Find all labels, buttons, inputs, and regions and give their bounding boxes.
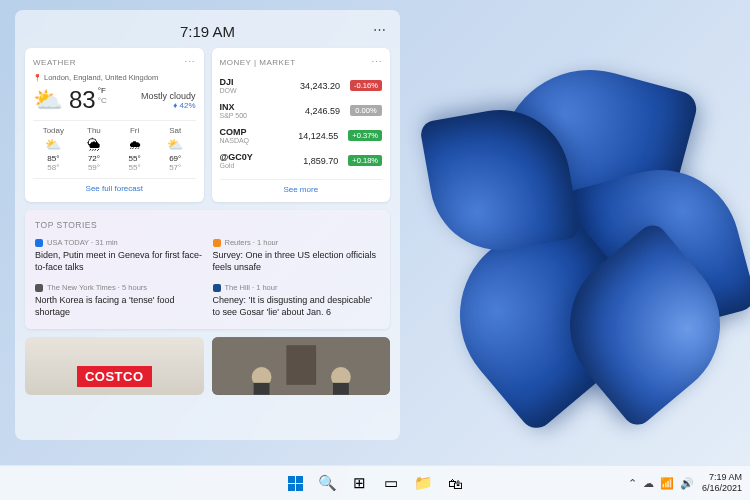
stock-row[interactable]: @GC0YGold1,859.70+0.18% — [220, 148, 383, 173]
stock-row[interactable]: COMPNASDAQ14,124.55+0.37% — [220, 123, 383, 148]
taskbar: 🔍 ⊞ ▭ 📁 🛍 ⌃ ☁ 📶 🔊 7:19 AM 6/16/2021 — [0, 465, 750, 500]
search-icon[interactable]: 🔍 — [314, 470, 340, 496]
news-thumbnail[interactable] — [212, 337, 391, 395]
svg-rect-4 — [253, 383, 269, 395]
weather-location: London, England, United Kingdom — [33, 73, 196, 82]
top-stories-title: TOP STORIES — [35, 220, 380, 230]
weather-temperature: 83 °F°C — [69, 86, 107, 114]
weather-card[interactable]: WEATHER ⋯ London, England, United Kingdo… — [25, 48, 204, 202]
weather-title: WEATHER — [33, 58, 76, 67]
weather-more-icon[interactable]: ⋯ — [184, 56, 196, 69]
file-explorer-icon[interactable]: 📁 — [410, 470, 436, 496]
stock-row[interactable]: INXS&P 5004,246.590.00% — [220, 98, 383, 123]
taskbar-clock[interactable]: 7:19 AM 6/16/2021 — [702, 472, 742, 494]
news-item[interactable]: The Hill · 1 hourCheney: 'It is disgusti… — [213, 283, 381, 318]
onedrive-icon[interactable]: ☁ — [643, 477, 654, 490]
weather-condition-text: Mostly cloudy ♦ 42% — [141, 91, 196, 110]
store-icon[interactable]: 🛍 — [442, 470, 468, 496]
widgets-header: 7:19 AM ⋯ — [25, 18, 390, 44]
weather-condition-icon: ⛅ — [33, 86, 63, 114]
news-item[interactable]: Reuters · 1 hourSurvey: One in three US … — [213, 238, 381, 273]
market-more-icon[interactable]: ⋯ — [371, 56, 383, 69]
volume-icon[interactable]: 🔊 — [680, 477, 694, 490]
svg-rect-5 — [332, 383, 348, 395]
news-item[interactable]: The New York Times · 5 hoursNorth Korea … — [35, 283, 203, 318]
costco-logo: COSTCO — [77, 366, 152, 387]
stock-row[interactable]: DJIDOW34,243.20-0.16% — [220, 73, 383, 98]
news-item[interactable]: USA TODAY · 31 minBiden, Putin meet in G… — [35, 238, 203, 273]
start-button[interactable] — [282, 470, 308, 496]
market-title: MONEY | MARKET — [220, 58, 296, 67]
widgets-more-icon[interactable]: ⋯ — [373, 22, 386, 37]
news-thumbnail[interactable]: COSTCO — [25, 337, 204, 395]
weather-full-forecast-link[interactable]: See full forecast — [33, 178, 196, 193]
weather-forecast: Today⛅85°58° Thu🌦72°59° Fri🌧55°55° Sat⛅6… — [33, 120, 196, 172]
widgets-icon[interactable]: ▭ — [378, 470, 404, 496]
top-stories-card: TOP STORIES USA TODAY · 31 minBiden, Put… — [25, 210, 390, 329]
svg-rect-1 — [286, 345, 316, 385]
wifi-icon[interactable]: 📶 — [660, 477, 674, 490]
market-see-more-link[interactable]: See more — [220, 179, 383, 194]
market-card[interactable]: MONEY | MARKET ⋯ DJIDOW34,243.20-0.16%IN… — [212, 48, 391, 202]
widgets-time: 7:19 AM — [180, 23, 235, 40]
task-view-icon[interactable]: ⊞ — [346, 470, 372, 496]
bloom-graphic — [400, 50, 750, 430]
system-tray[interactable]: ⌃ ☁ 📶 🔊 — [628, 477, 694, 490]
widgets-panel: 7:19 AM ⋯ WEATHER ⋯ London, England, Uni… — [15, 10, 400, 440]
chevron-up-icon[interactable]: ⌃ — [628, 477, 637, 490]
